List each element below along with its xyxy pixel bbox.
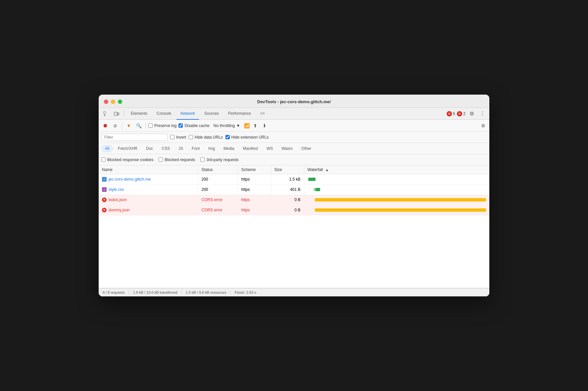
type-filter-css[interactable]: CSS [158, 145, 173, 152]
hide-data-urls-label[interactable]: Hide data URLs [189, 135, 223, 140]
error-badge-2: ✕ 2 [457, 111, 466, 116]
filter-input[interactable] [101, 134, 168, 141]
resource-link[interactable]: style.css [109, 187, 124, 192]
table-row[interactable]: ≡ jec-cors-demo.glitch.me 200 https 1.5 … [99, 174, 489, 185]
name-cell: ≡ jec-cors-demo.glitch.me [102, 177, 195, 182]
device-toolbar-icon[interactable] [112, 109, 121, 118]
tab-elements[interactable]: Elements [127, 108, 151, 120]
status-transferred: 1.9 kB / 10.0 kB transferred [129, 290, 182, 294]
type-filter-ws[interactable]: WS [263, 145, 276, 152]
invert-label[interactable]: Invert [170, 135, 186, 140]
type-filter-bar: All Fetch/XHR Doc CSS JS Font Img Media … [99, 143, 489, 154]
invert-checkbox[interactable] [170, 135, 174, 139]
status-requests: 4 / 6 requests [103, 290, 129, 294]
clear-button[interactable]: ⊘ [111, 122, 119, 130]
tab-network[interactable]: Network [176, 108, 199, 120]
search-button[interactable]: 🔍 [135, 122, 143, 130]
type-filter-fetchxhr[interactable]: Fetch/XHR [114, 145, 141, 152]
waterfall-bar-container [308, 207, 486, 213]
type-filter-doc[interactable]: Doc [142, 145, 157, 152]
cell-name[interactable]: ≡ jec-cors-demo.glitch.me [99, 174, 198, 185]
type-filter-wasm[interactable]: Wasm [278, 145, 297, 152]
blocked-cookies-checkbox[interactable] [101, 157, 106, 162]
type-filter-img[interactable]: Img [205, 145, 219, 152]
table-row[interactable]: ✕ dummy.json CORS error https 0 B [99, 205, 489, 215]
error-count-2: 2 [463, 111, 466, 116]
resource-link[interactable]: todos.json [109, 197, 127, 202]
blocked-requests-checkbox[interactable] [159, 157, 163, 162]
col-header-scheme[interactable]: Scheme [238, 165, 271, 174]
sort-arrow-icon: ▲ [325, 168, 329, 172]
cell-name[interactable]: ✕ dummy.json [99, 205, 198, 215]
tab-more[interactable]: >> [256, 108, 269, 120]
waterfall-bar [308, 178, 316, 181]
hide-data-urls-checkbox[interactable] [189, 135, 193, 139]
col-header-waterfall[interactable]: Waterfall ▲ [304, 165, 489, 174]
table-row[interactable]: ✕ todos.json CORS error https 0 B [99, 195, 489, 205]
name-cell: # style.css [102, 187, 195, 192]
col-header-name[interactable]: Name [99, 165, 198, 174]
network-table-wrapper: ↙ Name Status Scheme Size Waterfall ▲ [99, 165, 489, 288]
network-toolbar: ⏺ ⊘ ▼ 🔍 Preserve log Disable cache No th… [99, 120, 489, 132]
download-icon[interactable]: ⬇ [261, 122, 268, 129]
third-party-label[interactable]: 3rd-party requests [200, 157, 238, 162]
col-header-size[interactable]: Size [271, 165, 304, 174]
table-row[interactable]: # style.css 200 https 401 B [99, 185, 489, 195]
cell-scheme: https [238, 185, 271, 195]
tab-console[interactable]: Console [153, 108, 175, 120]
preserve-log-checkbox[interactable] [148, 123, 153, 128]
cell-name[interactable]: ✕ todos.json [99, 195, 198, 205]
type-filter-js[interactable]: JS [175, 145, 187, 152]
tabs-bar: Elements Console Network Sources Perform… [99, 108, 489, 120]
waterfall-bar-container [308, 176, 486, 183]
tab-divider [124, 110, 124, 117]
throttle-select[interactable]: No throttling ▼ [212, 123, 242, 129]
close-button[interactable] [104, 100, 108, 104]
error-file-icon: ✕ [102, 208, 107, 212]
disable-cache-label[interactable]: Disable cache [178, 123, 209, 128]
type-filter-font[interactable]: Font [188, 145, 203, 152]
cell-waterfall [304, 174, 489, 185]
cell-scheme: https [238, 195, 271, 205]
more-options-icon[interactable]: ⋮ [478, 109, 487, 118]
error-badge-1: ✕ 5 [447, 111, 455, 116]
network-settings-icon[interactable]: ⚙ [479, 122, 487, 129]
hide-extension-urls-checkbox[interactable] [225, 135, 230, 139]
third-party-checkbox[interactable] [200, 157, 205, 162]
error-x-icon-2: ✕ [457, 111, 462, 116]
type-filter-manifest[interactable]: Manifest [239, 145, 262, 152]
minimize-button[interactable] [111, 100, 115, 104]
cell-name[interactable]: # style.css [99, 185, 198, 195]
type-filter-all[interactable]: All [101, 145, 113, 152]
table-header-row: Name Status Scheme Size Waterfall ▲ [99, 165, 489, 174]
cell-status: 200 [198, 174, 238, 185]
upload-icon[interactable]: ⬆ [252, 122, 259, 129]
col-header-status[interactable]: Status [198, 165, 238, 174]
maximize-button[interactable] [118, 100, 122, 104]
settings-icon[interactable]: ⚙ [467, 109, 476, 118]
resource-link[interactable]: dummy.json [109, 208, 130, 212]
cell-size: 1.5 kB [271, 174, 304, 185]
filter-bar: Invert Hide data URLs Hide extension URL… [99, 132, 489, 143]
name-cell: ✕ todos.json [102, 197, 195, 202]
tab-performance[interactable]: Performance [224, 108, 255, 120]
hide-extension-urls-label[interactable]: Hide extension URLs [225, 135, 269, 140]
network-table: Name Status Scheme Size Waterfall ▲ [99, 165, 489, 215]
record-button[interactable]: ⏺ [101, 122, 109, 130]
waterfall-bar [315, 198, 486, 201]
disable-cache-checkbox[interactable] [178, 123, 183, 128]
blocked-requests-label[interactable]: Blocked requests [159, 157, 195, 162]
preserve-log-label[interactable]: Preserve log [148, 123, 176, 128]
waterfall-bar-container [308, 196, 486, 203]
inspect-element-icon[interactable] [101, 109, 111, 118]
blocked-cookies-label[interactable]: Blocked response cookies [101, 157, 153, 162]
svg-rect-3 [114, 112, 117, 115]
filter-button[interactable]: ▼ [125, 122, 133, 130]
cell-waterfall [304, 195, 489, 205]
resource-link[interactable]: jec-cors-demo.glitch.me [109, 177, 151, 182]
css-file-icon: # [102, 187, 107, 192]
tab-sources[interactable]: Sources [200, 108, 223, 120]
type-filter-other[interactable]: Other [298, 145, 315, 152]
devtools-window: DevTools - jec-cors-demo.glitch.me/ Elem [99, 95, 489, 296]
type-filter-media[interactable]: Media [220, 145, 238, 152]
